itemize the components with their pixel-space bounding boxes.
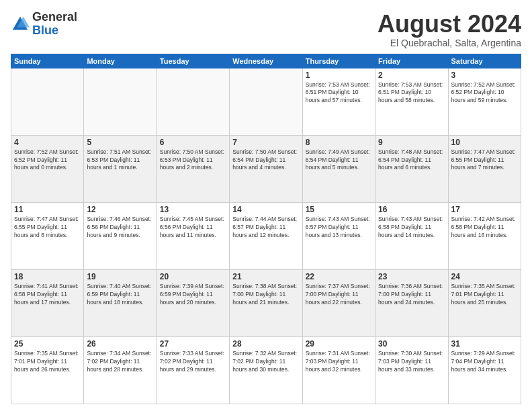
table-row: 21Sunrise: 7:38 AM Sunset: 7:00 PM Dayli… — [230, 269, 302, 336]
table-row: 8Sunrise: 7:49 AM Sunset: 6:54 PM Daylig… — [302, 135, 375, 202]
table-row: 23Sunrise: 7:36 AM Sunset: 7:00 PM Dayli… — [375, 269, 448, 336]
day-info: Sunrise: 7:37 AM Sunset: 7:00 PM Dayligh… — [306, 283, 372, 307]
day-info: Sunrise: 7:51 AM Sunset: 6:53 PM Dayligh… — [87, 148, 153, 173]
day-info: Sunrise: 7:43 AM Sunset: 6:58 PM Dayligh… — [378, 216, 445, 240]
col-friday: Friday — [375, 54, 448, 68]
day-info: Sunrise: 7:35 AM Sunset: 7:01 PM Dayligh… — [451, 283, 518, 307]
day-info: Sunrise: 7:29 AM Sunset: 7:04 PM Dayligh… — [451, 350, 518, 374]
day-info: Sunrise: 7:40 AM Sunset: 6:59 PM Dayligh… — [87, 283, 153, 307]
day-number: 24 — [451, 272, 518, 281]
calendar-table: Sunday Monday Tuesday Wednesday Thursday… — [11, 54, 521, 404]
day-number: 29 — [306, 339, 372, 349]
calendar-week-row: 18Sunrise: 7:41 AM Sunset: 6:58 PM Dayli… — [11, 269, 521, 336]
logo-general-text: General — [32, 11, 77, 24]
day-number: 21 — [232, 272, 299, 281]
table-row: 7Sunrise: 7:50 AM Sunset: 6:54 PM Daylig… — [230, 135, 302, 202]
table-row: 26Sunrise: 7:34 AM Sunset: 7:02 PM Dayli… — [84, 336, 157, 404]
day-info: Sunrise: 7:34 AM Sunset: 7:02 PM Dayligh… — [87, 350, 153, 374]
calendar-header-row: Sunday Monday Tuesday Wednesday Thursday… — [11, 54, 521, 68]
day-number: 1 — [306, 71, 372, 80]
col-wednesday: Wednesday — [230, 54, 302, 68]
table-row: 11Sunrise: 7:47 AM Sunset: 6:55 PM Dayli… — [11, 202, 84, 269]
logo-icon — [11, 15, 30, 34]
day-info: Sunrise: 7:39 AM Sunset: 6:59 PM Dayligh… — [160, 283, 226, 307]
table-row: 16Sunrise: 7:43 AM Sunset: 6:58 PM Dayli… — [375, 202, 448, 269]
day-number: 31 — [451, 339, 518, 349]
col-saturday: Saturday — [448, 54, 521, 68]
day-number: 2 — [378, 71, 445, 80]
table-row: 3Sunrise: 7:52 AM Sunset: 6:52 PM Daylig… — [448, 68, 521, 135]
day-number: 6 — [160, 138, 226, 147]
day-number: 16 — [378, 205, 445, 214]
day-number: 10 — [451, 138, 518, 147]
table-row — [157, 68, 229, 135]
day-info: Sunrise: 7:32 AM Sunset: 7:02 PM Dayligh… — [232, 350, 299, 374]
table-row — [230, 68, 302, 135]
logo-blue-text: Blue — [32, 24, 77, 38]
table-row: 18Sunrise: 7:41 AM Sunset: 6:58 PM Dayli… — [11, 269, 84, 336]
day-number: 28 — [232, 339, 299, 349]
day-info: Sunrise: 7:52 AM Sunset: 6:52 PM Dayligh… — [451, 81, 518, 105]
table-row: 9Sunrise: 7:48 AM Sunset: 6:54 PM Daylig… — [375, 135, 448, 202]
day-number: 11 — [14, 205, 81, 214]
day-number: 25 — [14, 339, 81, 349]
table-row: 2Sunrise: 7:53 AM Sunset: 6:51 PM Daylig… — [375, 68, 448, 135]
table-row: 29Sunrise: 7:31 AM Sunset: 7:03 PM Dayli… — [302, 336, 375, 404]
table-row: 13Sunrise: 7:45 AM Sunset: 6:56 PM Dayli… — [157, 202, 229, 269]
calendar-week-row: 1Sunrise: 7:53 AM Sunset: 6:51 PM Daylig… — [11, 68, 521, 135]
day-info: Sunrise: 7:35 AM Sunset: 7:01 PM Dayligh… — [14, 350, 81, 374]
day-info: Sunrise: 7:50 AM Sunset: 6:54 PM Dayligh… — [232, 148, 299, 173]
day-number: 26 — [87, 339, 153, 349]
table-row: 25Sunrise: 7:35 AM Sunset: 7:01 PM Dayli… — [11, 336, 84, 404]
day-info: Sunrise: 7:47 AM Sunset: 6:55 PM Dayligh… — [14, 216, 81, 240]
calendar-week-row: 4Sunrise: 7:52 AM Sunset: 6:52 PM Daylig… — [11, 135, 521, 202]
table-row — [11, 68, 84, 135]
day-number: 12 — [87, 205, 153, 214]
calendar-week-row: 25Sunrise: 7:35 AM Sunset: 7:01 PM Dayli… — [11, 336, 521, 404]
header: General Blue August 2024 El Quebrachal, … — [11, 11, 521, 48]
col-tuesday: Tuesday — [157, 54, 229, 68]
day-number: 17 — [451, 205, 518, 214]
day-number: 19 — [87, 272, 153, 281]
day-info: Sunrise: 7:38 AM Sunset: 7:00 PM Dayligh… — [232, 283, 299, 307]
day-number: 27 — [160, 339, 226, 349]
day-info: Sunrise: 7:47 AM Sunset: 6:55 PM Dayligh… — [451, 148, 518, 173]
subtitle: El Quebrachal, Salta, Argentina — [378, 38, 521, 48]
table-row: 1Sunrise: 7:53 AM Sunset: 6:51 PM Daylig… — [302, 68, 375, 135]
col-monday: Monday — [84, 54, 157, 68]
table-row: 30Sunrise: 7:30 AM Sunset: 7:03 PM Dayli… — [375, 336, 448, 404]
day-info: Sunrise: 7:46 AM Sunset: 6:56 PM Dayligh… — [87, 216, 153, 240]
day-number: 5 — [87, 138, 153, 147]
day-number: 13 — [160, 205, 226, 214]
table-row: 31Sunrise: 7:29 AM Sunset: 7:04 PM Dayli… — [448, 336, 521, 404]
main-title: August 2024 — [378, 11, 521, 38]
table-row: 24Sunrise: 7:35 AM Sunset: 7:01 PM Dayli… — [448, 269, 521, 336]
day-number: 3 — [451, 71, 518, 80]
table-row: 19Sunrise: 7:40 AM Sunset: 6:59 PM Dayli… — [84, 269, 157, 336]
table-row — [84, 68, 157, 135]
day-info: Sunrise: 7:44 AM Sunset: 6:57 PM Dayligh… — [232, 216, 299, 240]
day-number: 20 — [160, 272, 226, 281]
day-number: 4 — [14, 138, 81, 147]
title-block: August 2024 El Quebrachal, Salta, Argent… — [378, 11, 521, 48]
day-number: 15 — [306, 205, 372, 214]
day-info: Sunrise: 7:48 AM Sunset: 6:54 PM Dayligh… — [378, 148, 445, 173]
day-info: Sunrise: 7:43 AM Sunset: 6:57 PM Dayligh… — [306, 216, 372, 240]
day-number: 9 — [378, 138, 445, 147]
day-info: Sunrise: 7:36 AM Sunset: 7:00 PM Dayligh… — [378, 283, 445, 307]
day-info: Sunrise: 7:53 AM Sunset: 6:51 PM Dayligh… — [378, 81, 445, 105]
table-row: 4Sunrise: 7:52 AM Sunset: 6:52 PM Daylig… — [11, 135, 84, 202]
day-number: 22 — [306, 272, 372, 281]
table-row: 28Sunrise: 7:32 AM Sunset: 7:02 PM Dayli… — [230, 336, 302, 404]
day-info: Sunrise: 7:42 AM Sunset: 6:58 PM Dayligh… — [451, 216, 518, 240]
table-row: 10Sunrise: 7:47 AM Sunset: 6:55 PM Dayli… — [448, 135, 521, 202]
table-row: 14Sunrise: 7:44 AM Sunset: 6:57 PM Dayli… — [230, 202, 302, 269]
table-row: 17Sunrise: 7:42 AM Sunset: 6:58 PM Dayli… — [448, 202, 521, 269]
day-info: Sunrise: 7:50 AM Sunset: 6:53 PM Dayligh… — [160, 148, 226, 173]
day-number: 18 — [14, 272, 81, 281]
day-info: Sunrise: 7:52 AM Sunset: 6:52 PM Dayligh… — [14, 148, 81, 173]
day-number: 30 — [378, 339, 445, 349]
table-row: 5Sunrise: 7:51 AM Sunset: 6:53 PM Daylig… — [84, 135, 157, 202]
page: General Blue August 2024 El Quebrachal, … — [0, 0, 532, 411]
col-thursday: Thursday — [302, 54, 375, 68]
